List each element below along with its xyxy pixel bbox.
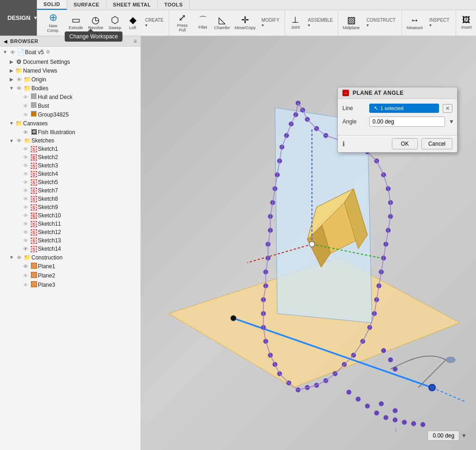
tree-sketch8[interactable]: 👁 S Sketch8 (0, 195, 140, 203)
browser-options-icon[interactable]: ≡ (134, 38, 137, 44)
sketches-toggle[interactable]: ▼ (8, 138, 15, 143)
tree-plane3[interactable]: 👁 Plane3 (0, 280, 140, 290)
tree-sketch14[interactable]: S Sketch14 (0, 245, 140, 253)
more-modify-button[interactable]: MODIFY ▾ (258, 12, 283, 33)
sketch5-eye[interactable]: 👁 (21, 179, 30, 185)
sketch1-eye[interactable]: 👁 (21, 146, 30, 152)
origin-eye[interactable] (15, 76, 23, 83)
tree-bodies[interactable]: ▼ 📁 Bodies (0, 84, 140, 92)
panel-close-button[interactable]: – (342, 90, 349, 96)
fillet-button[interactable]: ⌒ Fillet (195, 12, 211, 33)
tree-document-settings[interactable]: ▶ ⚙ Document Settings (0, 57, 140, 66)
tree-hull-deck[interactable]: 👁 Hull and Deck (0, 92, 140, 101)
bodies-eye[interactable] (15, 85, 23, 92)
bust-eye[interactable]: 👁 (21, 103, 30, 109)
sketch13-eye[interactable]: 👁 (21, 238, 30, 243)
tab-tools[interactable]: TOOLS (158, 0, 189, 10)
sweep-button[interactable]: ⬡ Sweep (106, 12, 123, 33)
sketch14-eye[interactable] (21, 246, 30, 252)
design-workspace-button[interactable]: DESIGN ▼ (0, 0, 37, 36)
plane2-eye[interactable]: 👁 (21, 273, 30, 278)
sketch7-eye[interactable]: 👁 (21, 188, 30, 193)
more-assemble-button[interactable]: ASSEMBLE ▾ (305, 12, 336, 33)
construction-eye[interactable] (15, 254, 23, 261)
viewport-area[interactable]: — | – PLANE AT ANGLE Line ↖ 1 selected ✕… (141, 36, 476, 450)
tree-sketch12[interactable]: 👁 S Sketch12 (0, 228, 140, 236)
tree-sketch10[interactable]: 👁 S Sketch10 (0, 211, 140, 220)
tree-construction[interactable]: ▼ 📁 Construction (0, 253, 140, 262)
tree-sketch4[interactable]: 👁 S Sketch4 (0, 170, 140, 178)
tree-sketch1[interactable]: 👁 S Sketch1 (0, 145, 140, 153)
plane1-eye[interactable] (21, 263, 30, 270)
info-icon[interactable]: ℹ (342, 140, 388, 148)
origin-toggle[interactable]: ▶ (8, 77, 15, 82)
tree-sketch13[interactable]: 👁 S Sketch13 (0, 236, 140, 245)
sketch9-eye[interactable]: 👁 (21, 204, 30, 210)
more-inspect-button[interactable]: INSPECT ▾ (426, 12, 454, 33)
doc-settings-toggle[interactable]: ▶ (8, 59, 15, 64)
tree-origin[interactable]: ▶ 📁 Origin (0, 75, 140, 84)
loft-button[interactable]: ◆ Loft (124, 12, 141, 33)
construction-toggle[interactable]: ▼ (8, 255, 15, 260)
tree-sketch2[interactable]: 👁 S Sketch2 (0, 153, 140, 161)
tree-sketch7[interactable]: 👁 S Sketch7 (0, 186, 140, 195)
insert-mesh-button[interactable]: 🖼 Insert (458, 12, 475, 33)
panel-title: PLANE AT ANGLE (353, 90, 404, 96)
tab-sheet-metal[interactable]: SHEET METAL (106, 0, 158, 10)
line-clear-button[interactable]: ✕ (443, 104, 452, 113)
sketch4-eye[interactable]: 👁 (21, 171, 30, 177)
tree-sketch3[interactable]: 👁 S Sketch3 (0, 161, 140, 170)
tree-sketch5[interactable]: 👁 S Sketch5 (0, 178, 140, 186)
tab-solid[interactable]: SOLID (37, 0, 67, 10)
tree-sketch11[interactable]: 👁 S Sketch11 (0, 220, 140, 228)
root-settings-icon[interactable]: ⚙ (46, 49, 50, 55)
tree-group34825[interactable]: 👁 Group34825 (0, 110, 140, 119)
chamfer-button[interactable]: ◺ Chamfer (212, 12, 232, 33)
tree-fish-illustration[interactable]: 🖼 Fish Illustration (0, 128, 140, 136)
extrude-button[interactable]: ▭ Extrude (67, 12, 85, 33)
tree-root[interactable]: ▼ 📄 Boat v5 ⚙ (0, 47, 140, 57)
sketch3-eye[interactable]: 👁 (21, 163, 30, 168)
tab-surface[interactable]: SURFACE (67, 0, 106, 10)
sketches-eye[interactable] (15, 137, 23, 144)
move-button[interactable]: ✛ Move/Copy (233, 12, 257, 33)
hull-eye[interactable]: 👁 (21, 94, 30, 100)
canvases-toggle[interactable]: ▼ (8, 121, 15, 126)
root-toggle[interactable]: ▼ (2, 49, 8, 55)
sketch11-eye[interactable]: 👁 (21, 221, 30, 227)
more-create-button[interactable]: CREATE ▾ (142, 12, 167, 33)
tree-canvases[interactable]: ▼ 📁 Canvases (0, 119, 140, 128)
sketch10-eye[interactable]: 👁 (21, 213, 30, 218)
press-pull-button[interactable]: ⤢ Press Pull (171, 12, 193, 33)
fish-eye[interactable] (21, 129, 30, 136)
browser-collapse-arrow[interactable]: ◀ (4, 39, 7, 44)
midplane-button[interactable]: ▨ Midplane (340, 12, 362, 33)
plane3-eye[interactable]: 👁 (21, 282, 30, 288)
new-component-button[interactable]: ⊕ New Comp. (41, 12, 66, 33)
root-eye[interactable] (8, 49, 17, 55)
named-views-label: Named Views (23, 68, 57, 74)
tree-named-views[interactable]: ▶ 📁 Named Views (0, 66, 140, 75)
tree-plane2[interactable]: 👁 Plane2 (0, 271, 140, 280)
named-views-toggle[interactable]: ▶ (8, 68, 15, 73)
tree-bust[interactable]: 👁 Bust (0, 101, 140, 110)
cancel-button[interactable]: Cancel (421, 138, 452, 149)
ok-button[interactable]: OK (392, 138, 417, 149)
angle-display-dropdown[interactable]: ▼ (461, 432, 467, 439)
sketch8-eye[interactable]: 👁 (21, 196, 30, 202)
angle-input[interactable] (369, 117, 445, 127)
browser-resize-handle[interactable] (139, 36, 140, 450)
angle-dropdown-arrow[interactable]: ▼ (449, 118, 454, 125)
tree-plane1[interactable]: Plane1 (0, 262, 140, 271)
bodies-toggle[interactable]: ▼ (8, 86, 15, 91)
tree-sketches[interactable]: ▼ 📁 Sketches (0, 136, 140, 145)
group-eye[interactable]: 👁 (21, 112, 30, 117)
more-construct-button[interactable]: CONSTRUCT ▾ (363, 12, 400, 33)
revolve-button[interactable]: ◷ Revolve (86, 12, 105, 33)
line-selected-button[interactable]: ↖ 1 selected (369, 104, 439, 113)
measure-button[interactable]: ↔ Measure (404, 12, 425, 33)
joint-button[interactable]: ⊥ Joint (287, 12, 304, 33)
sketch2-eye[interactable]: 👁 (21, 154, 30, 160)
sketch12-eye[interactable]: 👁 (21, 229, 30, 235)
tree-sketch9[interactable]: 👁 S Sketch9 (0, 203, 140, 211)
